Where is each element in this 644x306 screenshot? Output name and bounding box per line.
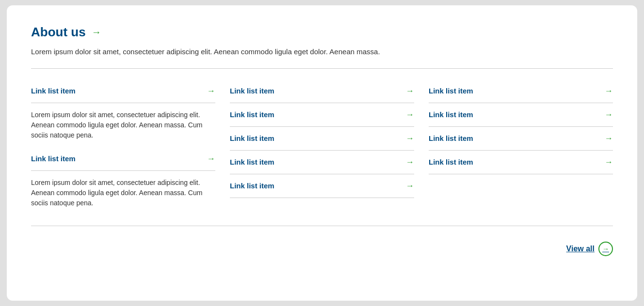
middle-link-label-5: Link list item — [230, 182, 274, 190]
right-link-label-1: Link list item — [429, 87, 473, 95]
right-column: Link list item→Link list item→Link list … — [429, 79, 613, 215]
left-column: Link list item → Lorem ipsum dolor sit a… — [31, 79, 215, 215]
left-link-arrow-2: → — [207, 154, 215, 164]
right-link-arrow-3: → — [605, 134, 613, 143]
left-link-label-1: Link list item — [31, 87, 76, 95]
title-arrow-icon[interactable]: → — [92, 27, 101, 38]
view-all-label: View all — [566, 245, 595, 253]
top-divider — [31, 68, 613, 69]
header-description: Lorem ipsum dolor sit amet, consectetuer… — [31, 46, 613, 58]
middle-link-label-4: Link list item — [230, 158, 274, 166]
right-link-label-4: Link list item — [429, 158, 473, 166]
left-link-item-2[interactable]: Link list item → — [31, 147, 215, 171]
middle-link-item-5[interactable]: Link list item→ — [230, 174, 414, 198]
left-link-item-1[interactable]: Link list item → — [31, 79, 215, 103]
main-card: About us → Lorem ipsum dolor sit amet, c… — [7, 5, 637, 301]
title-row: About us → — [31, 25, 613, 40]
right-link-item-1[interactable]: Link list item→ — [429, 79, 613, 103]
middle-link-item-2[interactable]: Link list item→ — [230, 103, 414, 127]
middle-link-arrow-1: → — [406, 86, 414, 96]
right-link-label-3: Link list item — [429, 134, 473, 142]
right-link-item-2[interactable]: Link list item→ — [429, 103, 613, 127]
right-link-arrow-2: → — [605, 110, 613, 120]
middle-link-label-1: Link list item — [230, 87, 274, 95]
left-link-arrow-1: → — [207, 86, 215, 96]
left-item-desc-2: Lorem ipsum dolor sit amet, consectetuer… — [31, 171, 215, 215]
right-link-item-3[interactable]: Link list item→ — [429, 127, 613, 151]
right-link-label-2: Link list item — [429, 110, 473, 119]
content-grid: Link list item → Lorem ipsum dolor sit a… — [31, 79, 613, 215]
middle-link-label-2: Link list item — [230, 110, 274, 119]
middle-link-item-4[interactable]: Link list item→ — [230, 151, 414, 174]
middle-link-arrow-2: → — [406, 110, 414, 120]
view-all-circle-icon: → — [598, 242, 613, 256]
middle-link-item-1[interactable]: Link list item→ — [230, 79, 414, 103]
middle-link-item-3[interactable]: Link list item→ — [230, 127, 414, 151]
view-all-link[interactable]: View all → — [566, 242, 613, 256]
page-title: About us — [31, 25, 86, 40]
middle-link-label-3: Link list item — [230, 134, 274, 142]
header-section: About us → Lorem ipsum dolor sit amet, c… — [31, 25, 613, 58]
right-link-item-4[interactable]: Link list item→ — [429, 151, 613, 174]
middle-column: Link list item→Link list item→Link list … — [230, 79, 414, 215]
footer-section: View all → — [31, 237, 613, 256]
left-link-label-2: Link list item — [31, 154, 76, 163]
left-item-desc-1: Lorem ipsum dolor sit amet, consectetuer… — [31, 103, 215, 147]
bottom-divider — [31, 226, 613, 226]
middle-link-arrow-5: → — [406, 181, 414, 191]
right-link-arrow-1: → — [605, 86, 613, 96]
right-link-arrow-4: → — [605, 157, 613, 167]
middle-link-arrow-3: → — [406, 134, 414, 143]
middle-link-arrow-4: → — [406, 157, 414, 167]
